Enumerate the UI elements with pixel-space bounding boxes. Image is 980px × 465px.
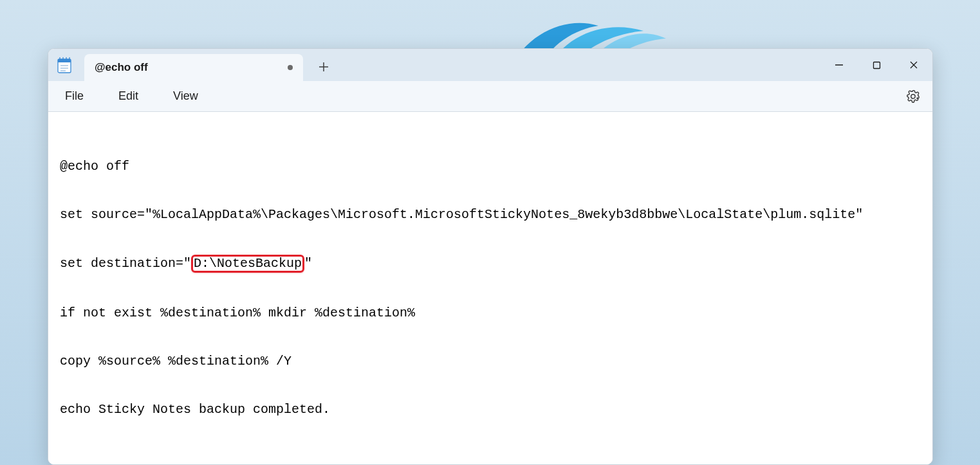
code-line-2: set source="%LocalAppData%\Packages\Micr…: [60, 206, 921, 223]
notepad-app-icon: [57, 57, 71, 73]
close-icon: [909, 60, 918, 69]
window-controls: [820, 49, 932, 81]
minimize-button[interactable]: [820, 49, 858, 81]
menu-edit[interactable]: Edit: [112, 86, 145, 107]
maximize-button[interactable]: [858, 49, 895, 81]
menu-view[interactable]: View: [167, 86, 205, 107]
maximize-icon: [873, 61, 881, 69]
menubar: File Edit View: [48, 81, 932, 112]
code-line-4: if not exist %destination% mkdir %destin…: [60, 305, 921, 321]
svg-rect-12: [873, 62, 880, 68]
code-line-3-suffix: ": [304, 256, 312, 271]
close-button[interactable]: [895, 49, 932, 81]
tab-title: @echo off: [95, 61, 282, 74]
text-editor[interactable]: @echo off set source="%LocalAppData%\Pac…: [48, 112, 932, 464]
unsaved-indicator-icon: [288, 65, 293, 70]
settings-button[interactable]: [905, 89, 921, 104]
code-line-1: @echo off: [60, 158, 921, 174]
minimize-icon: [835, 60, 844, 69]
code-line-3: set destination="D:\NotesBackup": [60, 255, 921, 273]
code-line-3-prefix: set destination=": [60, 256, 191, 271]
code-line-6: echo Sticky Notes backup completed.: [60, 401, 921, 417]
gear-icon: [906, 89, 920, 104]
new-tab-button[interactable]: [311, 54, 337, 80]
notepad-window: @echo off: [48, 48, 933, 465]
menu-file[interactable]: File: [59, 86, 90, 107]
document-tab[interactable]: @echo off: [84, 54, 303, 81]
annotation-highlight-destination-path: D:\NotesBackup: [191, 255, 304, 273]
code-line-5: copy %source% %destination% /Y: [60, 353, 921, 369]
titlebar: @echo off: [48, 49, 932, 81]
plus-icon: [319, 62, 329, 72]
